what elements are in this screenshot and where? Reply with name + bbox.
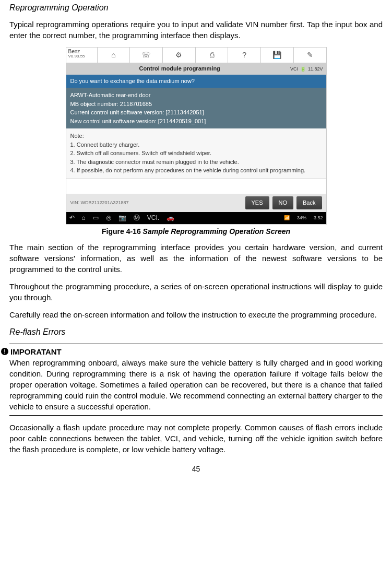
phone-icon[interactable]: ☏ (130, 48, 163, 63)
note-line: 1. Connect battery charger. (70, 140, 322, 149)
important-heading: IMPORATANT (10, 346, 62, 357)
exclamation-icon: ! (1, 348, 8, 355)
figure-container: Benz V0.90.55 ⌂ ☏ ⚙ ⎙ ? 💾 ✎ Control modu… (9, 47, 383, 237)
back-button[interactable]: Back (296, 196, 322, 209)
vci-label: VCI (290, 66, 298, 73)
info-line: MB object number: 2118701685 (70, 100, 322, 109)
system-bar: ↶ ⌂ ▭ ◎ 📷 Ⓜ VCI. 🚗 📶 34% 3:52 (66, 212, 326, 224)
camera-icon[interactable]: 📷 (118, 214, 126, 222)
paragraph-procedure: Throughout the programming procedure, a … (9, 281, 383, 303)
maxi-icon[interactable]: Ⓜ (134, 214, 140, 222)
important-heading-row: ! IMPORATANT (9, 346, 383, 357)
back-icon[interactable]: ↶ (69, 214, 75, 222)
important-body: When reprogramming onboard, always make … (9, 357, 383, 412)
info-line: ARWT-Automatic rear-end door (70, 91, 322, 100)
help-icon[interactable]: ? (228, 48, 261, 63)
vin-text: VIN: WDB2112201A321887 (70, 199, 242, 206)
paragraph-intro: Typical reprogramming operations require… (9, 19, 383, 41)
recent-icon[interactable]: ▭ (93, 214, 99, 222)
caption-prefix: Figure 4-16 (102, 227, 143, 236)
home-sys-icon[interactable]: ⌂ (82, 214, 86, 222)
battery-icon: 🔋 (300, 66, 306, 73)
titlebar-title: Control module programming (69, 65, 290, 73)
car-icon[interactable]: 🚗 (167, 214, 174, 222)
info-line: Current control unit software version: [… (70, 108, 322, 117)
sys-time: 3:52 (314, 215, 323, 221)
blank-area (66, 178, 326, 194)
brand-version: V0.90.55 (68, 54, 95, 59)
screenshot-icon[interactable]: ◎ (106, 214, 111, 222)
home-icon[interactable]: ⌂ (98, 48, 130, 63)
note-line: 2. Switch off all consumers. Switch off … (70, 149, 322, 158)
sys-wifi-icon: 📶 (284, 215, 290, 221)
figure-caption: Figure 4-16 Sample Reprogramming Operati… (9, 227, 383, 237)
page-number: 45 (9, 464, 383, 475)
no-button[interactable]: NO (272, 196, 294, 209)
footer-bar: VIN: WDB2112201A321887 YES NO Back (66, 194, 326, 212)
paragraph-main-section: The main section of the reprogramming in… (9, 242, 383, 275)
prompt-bar: Do you want to exchange the data medium … (66, 75, 326, 88)
screenshot-toolbar: Benz V0.90.55 ⌂ ☏ ⚙ ⎙ ? 💾 ✎ (66, 48, 326, 63)
screenshot-titlebar: Control module programming VCI 🔋 11.82V (66, 63, 326, 74)
heading-reflash-errors: Re-flash Errors (9, 326, 383, 338)
info-block: ARWT-Automatic rear-end door MB object n… (66, 88, 326, 128)
paragraph-careful: Carefully read the on-screen information… (9, 309, 383, 320)
gear-icon[interactable]: ⚙ (163, 48, 196, 63)
brand-cell: Benz V0.90.55 (66, 48, 98, 63)
sys-battery-percent: 34% (297, 215, 306, 221)
important-callout: ! IMPORATANT When reprogramming onboard,… (9, 344, 383, 416)
screenshot-mock: Benz V0.90.55 ⌂ ☏ ⚙ ⎙ ? 💾 ✎ Control modu… (66, 47, 327, 224)
caption-title: Sample Reprogramming Operation Screen (143, 227, 290, 236)
yes-button[interactable]: YES (245, 196, 269, 209)
note-line: Note: (70, 132, 322, 140)
note-line: 4. If possible, do not perform any proce… (70, 166, 322, 175)
paragraph-flash-errors: Occasionally a flash update procedure ma… (9, 422, 383, 455)
save-icon[interactable]: 💾 (261, 48, 294, 63)
note-block: Note: 1. Connect battery charger. 2. Swi… (66, 128, 326, 178)
heading-reprogramming-operation: Reprogramming Operation (9, 2, 383, 14)
print-icon[interactable]: ⎙ (196, 48, 229, 63)
info-line: New control unit software version: [2114… (70, 117, 322, 126)
edit-icon[interactable]: ✎ (294, 48, 326, 63)
battery-voltage: 11.82V (308, 66, 323, 73)
vci-icon[interactable]: VCI. (147, 214, 159, 222)
note-line: 3. The diagnostic connector must remain … (70, 158, 322, 167)
